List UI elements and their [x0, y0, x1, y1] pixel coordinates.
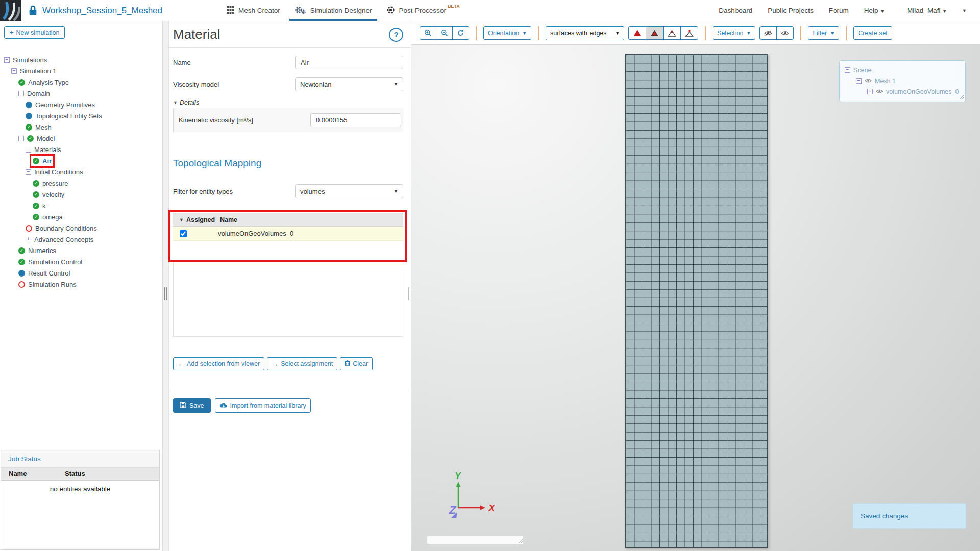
details-toggle[interactable]: ▼ Details: [173, 99, 403, 106]
nav-forum[interactable]: Forum: [829, 7, 849, 14]
new-simulation-button[interactable]: + New simulation: [4, 26, 65, 39]
viewport-scrollbar[interactable]: [427, 536, 524, 544]
viewport-canvas[interactable]: − Scene − Mesh 1 +: [411, 45, 980, 551]
viewer-toolbar: Orientation ▼ surfaces with edges ▼: [411, 21, 980, 45]
tree-item-velocity[interactable]: ✓velocity: [0, 189, 162, 200]
tree-collapse-icon[interactable]: −: [18, 91, 24, 96]
top-bar: Workshop_Session_5_Meshed Mesh Creator: [0, 0, 980, 21]
save-button[interactable]: Save: [173, 398, 211, 413]
tree-collapse-icon[interactable]: −: [856, 78, 862, 84]
import-material-library-button[interactable]: Import from material library: [215, 398, 311, 413]
tree-item-analysis-type[interactable]: ✓Analysis Type: [0, 77, 162, 88]
mesh-view-outlined-button[interactable]: [646, 26, 664, 40]
render-mode-select[interactable]: surfaces with edges ▼: [546, 26, 624, 40]
mesh-view-points-button[interactable]: [680, 26, 698, 40]
tree-item-simulations[interactable]: −Simulations: [0, 54, 162, 65]
tree-item-advanced-concepts[interactable]: +Advanced Concepts: [0, 234, 162, 245]
mesh-volume[interactable]: [625, 54, 768, 548]
tree-item-result-control[interactable]: Result Control: [0, 267, 162, 279]
app-tabs: Mesh Creator Simulation Designer: [219, 0, 467, 21]
tree-collapse-icon[interactable]: −: [26, 169, 31, 175]
tree-item-materials[interactable]: −Materials: [0, 144, 162, 155]
assigned-checkbox[interactable]: [180, 230, 187, 237]
orientation-dropdown[interactable]: Orientation ▼: [483, 26, 531, 40]
selection-dropdown[interactable]: Selection ▼: [713, 26, 755, 40]
tree-item-pressure[interactable]: ✓pressure: [0, 178, 162, 189]
add-selection-button[interactable]: ← Add selection from viewer: [173, 357, 264, 370]
scene-tree-item-mesh-1[interactable]: − Mesh 1: [845, 76, 965, 86]
help-button[interactable]: ?: [389, 28, 403, 42]
scene-tree-item-volume[interactable]: + volumeOnGeoVolumes_0: [845, 86, 965, 97]
tree-item-label: Mesh: [35, 123, 52, 131]
resize-grip-icon: [517, 538, 523, 543]
tab-label: Post-Processor: [399, 7, 446, 14]
eye-icon[interactable]: [865, 78, 872, 85]
splitter-handle[interactable]: [164, 287, 167, 300]
filter-dropdown[interactable]: Filter ▼: [808, 26, 839, 40]
tree-item-topological-entity-sets[interactable]: Topological Entity Sets: [0, 110, 162, 121]
tree-item-omega[interactable]: ✓omega: [0, 211, 162, 222]
toolbar-separator: [846, 26, 847, 40]
name-row: Name: [173, 56, 403, 69]
tab-post-processor[interactable]: Post-Processor BETA: [379, 0, 467, 21]
resize-grip-icon[interactable]: [959, 93, 964, 101]
visibility-button-group: [760, 26, 794, 40]
show-selection-button[interactable]: [776, 26, 794, 40]
tree-collapse-icon[interactable]: −: [11, 68, 17, 74]
tree-item-mesh[interactable]: ✓Mesh: [0, 121, 162, 133]
zoom-in-button[interactable]: [420, 26, 436, 40]
scene-tree-item-scene[interactable]: − Scene: [845, 65, 965, 76]
simscale-logo-icon[interactable]: [0, 0, 21, 21]
tree-item-model[interactable]: −✓Model: [0, 133, 162, 144]
tree-collapse-icon[interactable]: −: [4, 57, 10, 63]
window-caret-down-icon[interactable]: ▼: [962, 8, 967, 13]
tree-item-geometry-primitives[interactable]: Geometry Primitives: [0, 99, 162, 110]
tree-item-initial-conditions[interactable]: −Initial Conditions: [0, 166, 162, 178]
tree-item-domain[interactable]: −Domain: [0, 88, 162, 99]
tab-mesh-creator[interactable]: Mesh Creator: [219, 0, 287, 21]
eye-off-icon: [764, 30, 772, 36]
nav-public-projects[interactable]: Public Projects: [768, 7, 813, 14]
name-column-header[interactable]: Name: [220, 216, 237, 223]
tree-item-simulation-1[interactable]: −Simulation 1: [0, 65, 162, 77]
assigned-column-header[interactable]: ▼ Assigned: [173, 216, 220, 223]
tree-item-simulation-control[interactable]: ✓Simulation Control: [0, 256, 162, 267]
entity-type-select[interactable]: volumes ▼: [295, 184, 403, 198]
mesh-view-wireframe-button[interactable]: [663, 26, 681, 40]
divider: [169, 390, 411, 390]
nav-help[interactable]: Help ▼: [864, 7, 885, 14]
kinematic-viscosity-input[interactable]: [310, 113, 401, 127]
clear-button[interactable]: Clear: [340, 357, 373, 370]
tree-expand-icon[interactable]: +: [26, 237, 31, 242]
tree-collapse-icon[interactable]: −: [26, 147, 31, 153]
tree-item-label: pressure: [42, 180, 68, 187]
panel-splitter[interactable]: [163, 21, 169, 551]
zoom-out-button[interactable]: [436, 26, 453, 40]
refresh-view-button[interactable]: [452, 26, 469, 40]
viscosity-model-select[interactable]: Newtonian ▼: [295, 77, 403, 91]
viscosity-row: Viscosity model Newtonian ▼: [173, 77, 403, 91]
beta-badge: BETA: [448, 4, 460, 9]
caret-down-icon: ▼: [394, 82, 398, 87]
assignment-row[interactable]: volumeOnGeoVolumes_0: [173, 227, 403, 241]
topological-mapping-title: Topological Mapping: [173, 158, 403, 169]
tree-expand-icon[interactable]: +: [867, 89, 873, 94]
tab-simulation-designer[interactable]: Simulation Designer: [287, 0, 379, 21]
caret-down-icon: ▼: [830, 31, 835, 36]
mesh-view-solid-button[interactable]: [628, 26, 646, 40]
tree-item-numerics[interactable]: ✓Numerics: [0, 245, 162, 256]
tree-item-boundary-conditions[interactable]: Boundary Conditions: [0, 222, 162, 234]
tree-collapse-icon[interactable]: −: [18, 136, 24, 141]
tree-item-k[interactable]: ✓k: [0, 200, 162, 211]
hide-selection-button[interactable]: [760, 26, 777, 40]
create-set-button[interactable]: Create set: [853, 26, 892, 40]
axis-y-label: Y: [455, 471, 462, 481]
select-assignment-button[interactable]: → Select assignment: [267, 357, 337, 370]
nav-dashboard[interactable]: Dashboard: [719, 7, 752, 14]
tree-item-simulation-runs[interactable]: Simulation Runs: [0, 279, 162, 290]
user-menu[interactable]: Milad_Mafi ▼: [907, 7, 947, 14]
tree-collapse-icon[interactable]: −: [845, 67, 850, 73]
eye-icon[interactable]: [876, 88, 883, 95]
tree-item-air[interactable]: ✓Air: [0, 155, 162, 166]
material-name-input[interactable]: [295, 56, 403, 69]
